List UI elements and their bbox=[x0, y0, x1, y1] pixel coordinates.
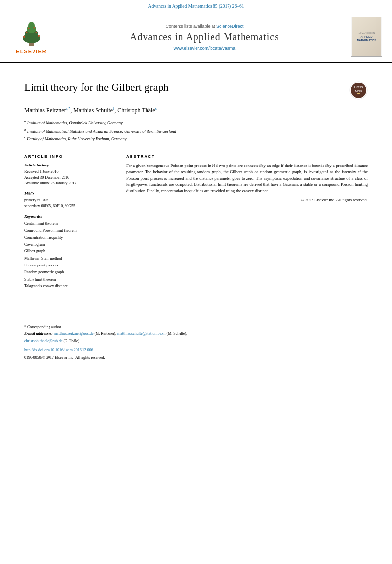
journal-reference: Advances in Applied Mathematics 85 (2017… bbox=[148, 4, 244, 9]
email-label: E-mail addresses: bbox=[24, 332, 53, 336]
doi-line: http://dx.doi.org/10.1016/j.aam.2016.12.… bbox=[24, 348, 368, 354]
abstract-text: For a given homogeneous Poisson point pr… bbox=[126, 163, 368, 195]
keyword-1: Central limit theorem bbox=[24, 220, 109, 227]
journal-url: www.elsevier.com/locate/yaama bbox=[174, 46, 236, 50]
msc-label: MSC: bbox=[24, 191, 109, 196]
main-content: Limit theory for the Gilbert graph Cross… bbox=[0, 63, 392, 371]
footnote-area: * Corresponding author. E-mail addresses… bbox=[24, 320, 368, 361]
journal-thumbnail: ADVANCES IN APPLIED MATHEMATICS bbox=[351, 17, 382, 57]
crossmark-icon: Cross Mark bbox=[349, 81, 368, 100]
author-2-sup: b bbox=[113, 106, 114, 111]
aff-text-c: Faculty of Mathematics, Ruhr University … bbox=[27, 136, 126, 141]
keyword-8: Random geometric graph bbox=[24, 269, 109, 276]
aff-text-a: Institute of Mathematics, Osnabrück Univ… bbox=[27, 120, 123, 125]
history-label: Article history: bbox=[24, 163, 109, 167]
article-body: ARTICLE INFO Article history: Received 1… bbox=[24, 154, 368, 295]
abstract-copyright: © 2017 Elsevier Inc. All rights reserved… bbox=[126, 198, 368, 202]
abstract-col: ABSTRACT For a given homogeneous Poisson… bbox=[126, 154, 368, 295]
thumbnail-title: APPLIED MATHEMATICS bbox=[354, 35, 379, 42]
article-info-heading: ARTICLE INFO bbox=[24, 154, 109, 159]
journal-title-block: Contents lists available at ScienceDirec… bbox=[63, 17, 346, 57]
keyword-4: Covariogram bbox=[24, 241, 109, 248]
paper-title-row: Limit theory for the Gilbert graph Cross… bbox=[24, 81, 368, 100]
svg-text:Mark: Mark bbox=[355, 89, 362, 93]
affiliation-c: c Faculty of Mathematics, Ruhr Universit… bbox=[24, 135, 368, 142]
author-3: Christoph Thäle bbox=[117, 107, 155, 114]
aff-sup-a: a bbox=[24, 119, 26, 123]
svg-point-7 bbox=[26, 31, 27, 33]
article-history: Article history: Received 1 June 2016 Ac… bbox=[24, 163, 109, 186]
contents-line: Contents lists available at ScienceDirec… bbox=[165, 24, 243, 29]
doi-link[interactable]: http://dx.doi.org/10.1016/j.aam.2016.12.… bbox=[24, 348, 93, 352]
journal-main-title: Advances in Applied Mathematics bbox=[130, 32, 279, 43]
received-date: Received 1 June 2016 bbox=[24, 169, 109, 175]
author-1-sup: a,* bbox=[66, 106, 71, 111]
keywords-section: Keywords: Central limit theorem Compound… bbox=[24, 214, 109, 290]
divider-1 bbox=[24, 149, 368, 149]
abstract-heading: ABSTRACT bbox=[126, 154, 368, 159]
keyword-10: Talagrand's convex distance bbox=[24, 283, 109, 290]
journal-ref-bar: Advances in Applied Mathematics 85 (2017… bbox=[0, 0, 392, 12]
page: Advances in Applied Mathematics 85 (2017… bbox=[0, 0, 392, 564]
contents-text: Contents lists available at bbox=[165, 24, 215, 29]
available-date: Available online 26 January 2017 bbox=[24, 181, 109, 186]
keyword-3: Concentration inequality bbox=[24, 234, 109, 241]
email-addresses-line: E-mail addresses: matthias.reitzner@uos.… bbox=[24, 331, 368, 337]
keyword-7: Poisson point process bbox=[24, 262, 109, 269]
aff-text-b: Institute of Mathematical Statistics and… bbox=[27, 128, 176, 133]
svg-point-10 bbox=[33, 27, 35, 28]
keyword-2: Compound Poisson limit theorem bbox=[24, 227, 109, 234]
elsevier-logo: ELSEVIER bbox=[10, 17, 58, 57]
email-link-2[interactable]: matthias.schulte@stat.unibe.ch bbox=[117, 332, 166, 336]
author-3-sup: c bbox=[155, 106, 157, 111]
email2-name: (M. Schulte), bbox=[167, 332, 187, 336]
affiliations: a Institute of Mathematics, Osnabrück Un… bbox=[24, 119, 368, 142]
email-line-2: christoph.thaele@rub.de (C. Thäle). bbox=[24, 338, 368, 345]
svg-point-8 bbox=[35, 32, 37, 33]
keyword-5: Gilbert graph bbox=[24, 248, 109, 255]
sciencedirect-link[interactable]: ScienceDirect bbox=[216, 24, 244, 29]
aff-sup-b: b bbox=[24, 128, 26, 132]
svg-point-5 bbox=[23, 36, 25, 38]
svg-point-6 bbox=[38, 35, 40, 37]
email3-name: (C. Thäle). bbox=[63, 339, 80, 343]
keywords-list: Central limit theorem Compound Poisson l… bbox=[24, 220, 109, 290]
affiliation-b: b Institute of Mathematical Statistics a… bbox=[24, 127, 368, 134]
aff-sup-c: c bbox=[24, 135, 26, 139]
paper-title: Limit theory for the Gilbert graph bbox=[24, 81, 344, 94]
email-link-1[interactable]: matthias.reitzner@uos.de bbox=[54, 332, 94, 336]
author-2: Matthias Schulte bbox=[73, 107, 113, 114]
email1-name: (M. Reitzner), bbox=[94, 332, 116, 336]
svg-rect-15 bbox=[357, 93, 360, 94]
msc-secondary: secondary 60F05, 60F10, 60G55 bbox=[24, 203, 109, 209]
thumbnail-image: ADVANCES IN APPLIED MATHEMATICS bbox=[352, 17, 381, 56]
divider-2 bbox=[24, 305, 368, 305]
author-1: Matthias Reitzner bbox=[24, 107, 66, 114]
affiliation-a: a Institute of Mathematics, Osnabrück Un… bbox=[24, 119, 368, 126]
keywords-label: Keywords: bbox=[24, 214, 109, 219]
keyword-9: Stable limit theorem bbox=[24, 276, 109, 283]
email-link-3[interactable]: christoph.thaele@rub.de bbox=[24, 339, 62, 343]
svg-point-9 bbox=[28, 27, 29, 29]
article-info-col: ARTICLE INFO Article history: Received 1… bbox=[24, 154, 116, 295]
keyword-6: Malliavin–Stein method bbox=[24, 255, 109, 262]
msc-primary: primary 60D05 bbox=[24, 198, 109, 203]
msc-codes: MSC: primary 60D05 secondary 60F05, 60F1… bbox=[24, 191, 109, 209]
accepted-date: Accepted 30 December 2016 bbox=[24, 175, 109, 181]
journal-header: ELSEVIER Contents lists available at Sci… bbox=[0, 12, 392, 63]
elsevier-label: ELSEVIER bbox=[16, 49, 46, 54]
issn-line: 0196-8858/© 2017 Elsevier Inc. All right… bbox=[24, 355, 368, 361]
elsevier-tree-icon bbox=[15, 20, 49, 47]
svg-text:Cross: Cross bbox=[354, 85, 363, 89]
corresponding-note: * Corresponding author. bbox=[24, 324, 368, 331]
authors-line: Matthias Reitznera,*, Matthias Schulteb,… bbox=[24, 106, 368, 114]
